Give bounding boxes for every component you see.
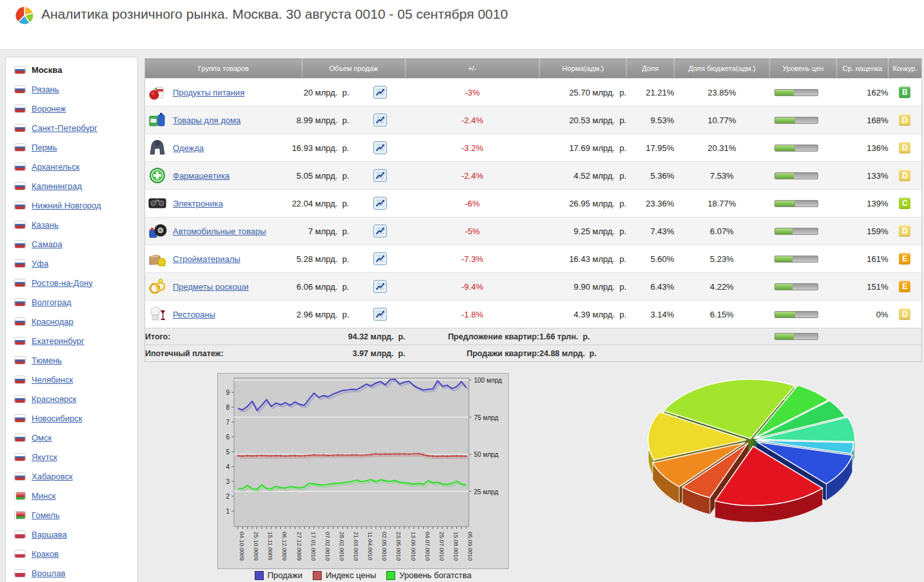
open-chart-button[interactable]: [355, 308, 368, 321]
table-row: Одежда 16.93 млрд. р. -3.2% 17.69 млрд. …: [145, 134, 922, 162]
sidebar-city-item[interactable]: Вроцлав: [6, 563, 137, 582]
legend-item-wealth: Уровень богатства: [386, 570, 471, 580]
city-link[interactable]: Санкт-Петербург: [32, 123, 97, 133]
city-link[interactable]: Рязань: [32, 85, 59, 94]
city-link[interactable]: Уфа: [32, 259, 48, 268]
sidebar-city-item[interactable]: Пермь: [6, 137, 137, 157]
city-link[interactable]: Нижний Новгород: [32, 201, 101, 210]
category-link[interactable]: Предметы роскоши: [173, 282, 248, 292]
city-link[interactable]: Минск: [32, 491, 55, 501]
change-value: -2.4%: [406, 106, 540, 134]
apartments-sales-value: 24.88 млрд. р.: [540, 345, 770, 362]
chart-legend: Продажи Индекс цены Уровень богатства: [217, 570, 509, 580]
category-link[interactable]: Электроника: [173, 199, 223, 208]
sidebar-city-item[interactable]: Рязань: [6, 79, 137, 99]
sidebar-city-item[interactable]: Краков: [6, 544, 137, 563]
sidebar-city-item[interactable]: Воронеж: [6, 99, 137, 118]
sidebar-city-item[interactable]: Архангельск: [6, 157, 137, 176]
sidebar-city-item[interactable]: Омск: [6, 428, 137, 447]
city-link[interactable]: Омск: [32, 433, 52, 443]
city-link[interactable]: Самара: [32, 239, 62, 249]
svg-text:11.04.0010: 11.04.0010: [367, 532, 373, 560]
open-chart-button[interactable]: [355, 197, 368, 210]
city-link[interactable]: Тюмень: [32, 356, 62, 365]
category-link[interactable]: Фармацевтика: [173, 171, 230, 181]
sidebar-city-item[interactable]: Красноярск: [6, 389, 137, 408]
sidebar-city-item[interactable]: Тюмень: [6, 350, 137, 370]
city-link[interactable]: Новосибирск: [32, 414, 83, 423]
city-link[interactable]: Вроцлав: [32, 568, 65, 578]
markup-value: 159%: [837, 217, 889, 245]
sidebar-city-item[interactable]: Калининград: [6, 176, 137, 196]
city-link[interactable]: Воронеж: [32, 104, 66, 114]
city-link[interactable]: Краснодар: [32, 317, 74, 326]
city-link[interactable]: Варшава: [32, 530, 67, 539]
share-value: 23.36%: [627, 190, 674, 217]
change-value: -1.8%: [406, 301, 540, 328]
summary-row-mortgage: Ипотечный платеж: 3.97 млрд. р. Продажи …: [145, 345, 922, 362]
sidebar-city-item[interactable]: Нижний Новгород: [6, 196, 137, 215]
column-header: Норма(адм.): [540, 59, 627, 79]
open-chart-button[interactable]: [355, 114, 368, 126]
change-value: -7.3%: [406, 245, 540, 273]
city-link[interactable]: Краков: [32, 549, 59, 559]
category-link[interactable]: Товары для дома: [173, 115, 241, 125]
summary-row-total: Итого: 94.32 млрд. р. Предложение кварти…: [145, 328, 922, 345]
sidebar-city-item[interactable]: Хабаровск: [6, 467, 137, 486]
sidebar-city-item[interactable]: Волгоград: [6, 292, 137, 312]
sidebar-city-item[interactable]: Екатеринбург: [6, 331, 137, 350]
sidebar-city-item[interactable]: Самара: [6, 234, 137, 254]
city-link[interactable]: Казань: [32, 220, 59, 230]
category-link[interactable]: Автомобильные товары: [173, 226, 266, 236]
svg-text:7: 7: [226, 419, 230, 426]
apartments-offer-label: Предложение квартир:: [406, 328, 540, 345]
svg-text:100 млрд: 100 млрд: [474, 377, 502, 384]
country-flag-icon: [15, 221, 25, 228]
sidebar-city-item[interactable]: Ростов-на-Дону: [6, 273, 137, 292]
sidebar-city-item[interactable]: Краснодар: [6, 312, 137, 331]
open-chart-button[interactable]: [355, 280, 368, 293]
budget-share-value: 10.77%: [674, 106, 770, 134]
city-link[interactable]: Калининград: [32, 181, 82, 191]
sidebar-city-item[interactable]: Челябинск: [6, 370, 137, 389]
city-link[interactable]: Красноярск: [32, 394, 76, 404]
category-link[interactable]: Рестораны: [173, 310, 215, 319]
auto-icon: [148, 221, 167, 241]
mortgage-value: 3.97 млрд. р.: [302, 345, 406, 362]
svg-text:6: 6: [226, 434, 230, 441]
open-chart-button[interactable]: [355, 86, 368, 99]
sidebar-city-item[interactable]: Санкт-Петербург: [6, 118, 137, 137]
sidebar-city-item[interactable]: Якутск: [6, 447, 137, 467]
change-value: -3.2%: [406, 134, 540, 162]
column-header: Уровень цен: [770, 59, 837, 79]
city-link[interactable]: Гомель: [32, 510, 60, 520]
sidebar-city-item[interactable]: Новосибирск: [6, 408, 137, 428]
city-link[interactable]: Волгоград: [32, 297, 72, 307]
category-link[interactable]: Продукты питания: [173, 88, 244, 97]
country-flag-icon: [15, 279, 25, 286]
open-chart-button[interactable]: [355, 169, 368, 182]
city-link[interactable]: Якутск: [32, 452, 57, 462]
pie-chart-canvas: [645, 376, 864, 537]
city-link[interactable]: Челябинск: [32, 375, 73, 385]
budget-share-value: 4.22%: [674, 273, 770, 301]
city-link[interactable]: Хабаровск: [32, 472, 73, 481]
category-link[interactable]: Одежда: [173, 143, 204, 153]
city-link[interactable]: Ростов-на-Дону: [32, 278, 93, 288]
city-link[interactable]: Пермь: [32, 143, 57, 152]
sidebar-city-item[interactable]: Уфа: [6, 254, 137, 273]
sidebar-city-item[interactable]: Варшава: [6, 525, 137, 544]
open-chart-button[interactable]: [355, 225, 368, 237]
table-row: Предметы роскоши 6.06 млрд. р. -9.4% 9.9…: [145, 273, 922, 301]
clothes-icon: [148, 138, 167, 157]
markup-value: 162%: [837, 79, 889, 106]
city-link[interactable]: Екатеринбург: [32, 336, 84, 346]
open-chart-button[interactable]: [355, 141, 368, 154]
category-link[interactable]: Стройматериалы: [173, 254, 241, 264]
table-row: Стройматериалы 5.28 млрд. р. -7.3% 16.43…: [145, 245, 922, 273]
open-chart-button[interactable]: [355, 252, 368, 265]
sidebar-city-item[interactable]: Минск: [6, 486, 137, 505]
sidebar-city-item[interactable]: Казань: [6, 215, 137, 234]
sidebar-city-item[interactable]: Гомель: [6, 505, 137, 525]
city-link[interactable]: Архангельск: [32, 162, 79, 172]
